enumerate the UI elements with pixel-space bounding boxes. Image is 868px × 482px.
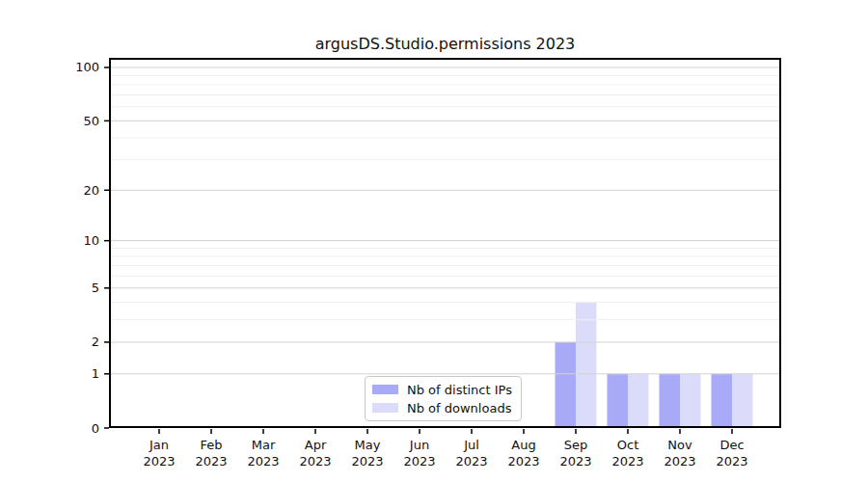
plot-border	[110, 59, 780, 427]
bar	[680, 374, 701, 427]
x-tick-label-year: 2023	[664, 454, 695, 469]
x-tick-label-year: 2023	[195, 454, 227, 469]
x-tick-label-month: Jan	[149, 438, 169, 452]
y-tick-label: 5	[92, 281, 99, 295]
x-tick-label-month: Aug	[511, 438, 535, 452]
legend-swatch-distinct-ips-icon	[372, 385, 398, 394]
legend-item-downloads: Nb of downloads	[372, 401, 513, 415]
x-tick-label-year: 2023	[611, 454, 643, 469]
x-tick-label-month: Feb	[200, 438, 222, 452]
bar	[732, 374, 753, 427]
x-tick-label-year: 2023	[403, 454, 435, 469]
x-tick-label-year: 2023	[247, 454, 279, 469]
legend-label-downloads: Nb of downloads	[407, 401, 511, 415]
legend-item-distinct-ips: Nb of distinct IPs	[372, 383, 513, 397]
x-tick-label-year: 2023	[455, 454, 487, 469]
bar	[628, 374, 649, 427]
x-tick-label-month: Sep	[564, 438, 588, 452]
x-tick-label-month: Nov	[667, 438, 692, 452]
y-tick-label: 1	[92, 366, 99, 381]
bar	[712, 374, 733, 427]
y-tick-label: 2	[92, 335, 99, 349]
x-tick-label-month: Apr	[305, 438, 327, 452]
y-tick-label: 50	[83, 114, 99, 128]
legend-label-distinct-ips: Nb of distinct IPs	[407, 383, 512, 397]
x-tick-label-month: May	[355, 438, 381, 452]
figure: argusDS.Studio.permissions 2023 01251020…	[0, 0, 868, 482]
x-tick-label-year: 2023	[507, 454, 539, 469]
bar	[608, 374, 629, 427]
x-tick-label-year: 2023	[716, 454, 747, 469]
x-tick-label-year: 2023	[351, 454, 383, 469]
y-tick-label: 0	[92, 421, 99, 436]
x-tick-label-month: Mar	[252, 438, 276, 452]
legend-swatch-downloads-icon	[372, 403, 398, 413]
legend: Nb of distinct IPs Nb of downloads	[365, 376, 522, 421]
x-tick-label-year: 2023	[143, 454, 175, 469]
x-tick-label-month: Jun	[409, 438, 429, 452]
x-tick-label-month: Jul	[463, 438, 479, 452]
y-tick-label: 100	[75, 60, 99, 74]
y-tick-label: 20	[83, 183, 99, 198]
x-tick-label-month: Oct	[617, 438, 638, 452]
x-tick-label-year: 2023	[559, 454, 591, 469]
bar	[576, 303, 597, 427]
bar	[556, 342, 577, 427]
x-tick-label-year: 2023	[299, 454, 331, 469]
bar	[660, 374, 681, 427]
x-tick-label-month: Dec	[719, 438, 744, 452]
y-tick-label: 10	[83, 233, 99, 248]
